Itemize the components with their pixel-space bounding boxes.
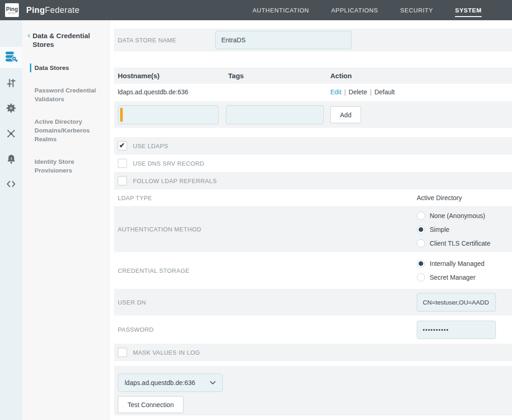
auth-simple-radio[interactable] [417, 225, 425, 234]
svg-text:A: A [10, 105, 13, 110]
pingfederate-app: Ping Identity. PingFederate AUTHENTICATI… [0, 0, 512, 420]
rail-administration[interactable]: A [0, 98, 22, 120]
top-navbar: Ping Identity. PingFederate AUTHENTICATI… [0, 0, 512, 20]
secret-manager-radio[interactable] [417, 273, 425, 282]
rail-extensions[interactable] [0, 174, 22, 196]
test-connection-section: ldaps.ad.questdb.de:636 Test Connection [114, 366, 512, 415]
new-hostname-field-wrap [118, 105, 219, 124]
rail-notifications[interactable]: ! [0, 149, 22, 170]
default-link[interactable]: Default [374, 88, 395, 96]
credential-storage-label: CREDENTIAL STORAGE [118, 252, 190, 289]
data-store-name-label: DATA STORE NAME [118, 37, 176, 44]
cluster-node-icon [6, 128, 17, 141]
col-tags: Tags [228, 68, 244, 84]
svg-text:!: ! [10, 155, 12, 161]
sliders-icon [6, 78, 17, 90]
data-store-name-row: DATA STORE NAME [114, 29, 512, 52]
auth-simple-label: Simple [430, 226, 449, 233]
sidebar-item-data-stores[interactable]: Data Stores [30, 63, 104, 72]
auth-simple-option[interactable]: Simple [417, 225, 449, 234]
new-tags-field-wrap [226, 105, 324, 124]
mask-values-checkbox[interactable] [118, 348, 127, 357]
nav-security[interactable]: SECURITY [400, 7, 433, 14]
brand-light: Federate [45, 6, 80, 15]
use-ldaps-label: USE LDAPS [133, 143, 168, 150]
password-label: PASSWORD [118, 316, 154, 344]
code-brackets-icon [6, 178, 17, 191]
chevron-down-icon [210, 381, 216, 385]
sidebar-header: ‹ Data & Credential Stores [22, 20, 109, 49]
use-ldaps-row: USE LDAPS [114, 137, 512, 155]
credential-storage-row: CREDENTIAL STORAGE Internally Managed Se… [114, 252, 512, 289]
col-hostnames: Hostname(s) [118, 68, 160, 84]
action-separator: | [341, 88, 349, 96]
auth-none-option[interactable]: None (Anonymous) [417, 212, 485, 220]
auth-client-tls-option[interactable]: Client TLS Certificate [417, 239, 490, 247]
logo-text: Ping [6, 6, 18, 12]
rail-server-config[interactable] [0, 73, 22, 94]
main-nav: AUTHENTICATION APPLICATIONS SECURITY SYS… [253, 0, 482, 20]
hostname-select-value: ldaps.ad.questdb.de:636 [125, 379, 195, 386]
test-connection-button[interactable]: Test Connection [118, 396, 184, 413]
ping-identity-logo: Ping Identity. [5, 3, 19, 17]
sidebar-item-ad-domains-kerberos-realms[interactable]: Active Directory Domains/Kerberos Realms [35, 117, 104, 144]
data-store-form: DATA STORE NAME Hostname(s) Tags Action … [109, 20, 512, 420]
internally-managed-radio[interactable] [417, 259, 425, 268]
authentication-method-row: AUTHENTICATION METHOD None (Anonymous) S… [114, 206, 512, 252]
secret-manager-label: Secret Manager [430, 274, 476, 281]
auth-none-label: None (Anonymous) [430, 212, 485, 219]
sidebar-items: Data Stores Password Credential Validato… [22, 63, 109, 175]
ldap-type-label: LDAP TYPE [118, 190, 152, 206]
internally-managed-option[interactable]: Internally Managed [417, 259, 484, 268]
rail-cluster[interactable] [0, 124, 22, 145]
ldap-type-value: Active Directory [417, 190, 462, 206]
sidebar-item-password-credential-validators[interactable]: Password Credential Validators [35, 86, 104, 104]
use-ldaps-checkbox[interactable] [118, 141, 127, 150]
user-dn-label: USER DN [118, 289, 146, 316]
auth-client-tls-radio[interactable] [417, 239, 425, 247]
data-store-name-input[interactable] [215, 31, 351, 49]
mask-values-row: MASK VALUES IN LOG [114, 344, 512, 361]
data-stores-database-key-icon [5, 51, 17, 65]
gear-a-icon: A [6, 103, 17, 115]
system-icon-rail: A [0, 20, 22, 420]
hosts-table-header: Hostname(s) Tags Action [114, 68, 512, 84]
add-button[interactable]: Add [330, 106, 361, 123]
app-title: PingFederate [26, 0, 80, 20]
follow-ldap-referrals-row: FOLLOW LDAP REFERRALS [114, 172, 512, 190]
follow-ldap-referrals-checkbox[interactable] [118, 176, 127, 185]
data-store-name-field-wrap [215, 31, 351, 49]
rail-data-stores[interactable] [0, 47, 22, 68]
action-cell: Edit | Delete | Default [330, 84, 395, 100]
sidebar-data-credential-stores: ‹ Data & Credential Stores Data Stores P… [22, 20, 109, 420]
mask-values-label: MASK VALUES IN LOG [133, 349, 200, 356]
use-dns-srv-row: USE DNS SRV RECORD [114, 155, 512, 172]
delete-link[interactable]: Delete [349, 88, 367, 96]
secret-manager-option[interactable]: Secret Manager [417, 273, 476, 282]
edit-link[interactable]: Edit [330, 88, 341, 96]
new-tags-input[interactable] [226, 105, 324, 124]
alert-bell-icon: ! [6, 154, 17, 166]
col-action: Action [330, 68, 352, 84]
back-chevron-icon[interactable]: ‹ [28, 31, 30, 49]
sidebar-title: Data & Credential Stores [33, 31, 97, 49]
host-table-row: ldaps.ad.questdb.de:636 Edit | Delete | … [114, 84, 512, 100]
hostname-cell: ldaps.ad.questdb.de:636 [118, 84, 188, 100]
auth-none-radio[interactable] [417, 212, 425, 220]
sidebar-item-identity-store-provisioners[interactable]: Identity Store Provisioners [35, 157, 104, 175]
logo-subtext: Identity. [8, 12, 16, 14]
follow-ldap-referrals-label: FOLLOW LDAP REFERRALS [133, 178, 217, 184]
hostname-select[interactable]: ldaps.ad.questdb.de:636 [118, 374, 223, 392]
required-field-indicator [120, 108, 123, 122]
nav-authentication[interactable]: AUTHENTICATION [253, 7, 309, 14]
user-dn-row: USER DN [114, 289, 512, 316]
use-dns-srv-checkbox[interactable] [118, 159, 127, 168]
user-dn-field-wrap [417, 293, 496, 311]
add-hostname-row: Add [114, 101, 512, 128]
nav-applications[interactable]: APPLICATIONS [331, 7, 378, 14]
password-input[interactable] [417, 321, 496, 339]
user-dn-input[interactable] [417, 293, 496, 311]
nav-system[interactable]: SYSTEM [455, 7, 482, 14]
new-hostname-input[interactable] [118, 105, 219, 124]
password-field-wrap [417, 321, 496, 339]
